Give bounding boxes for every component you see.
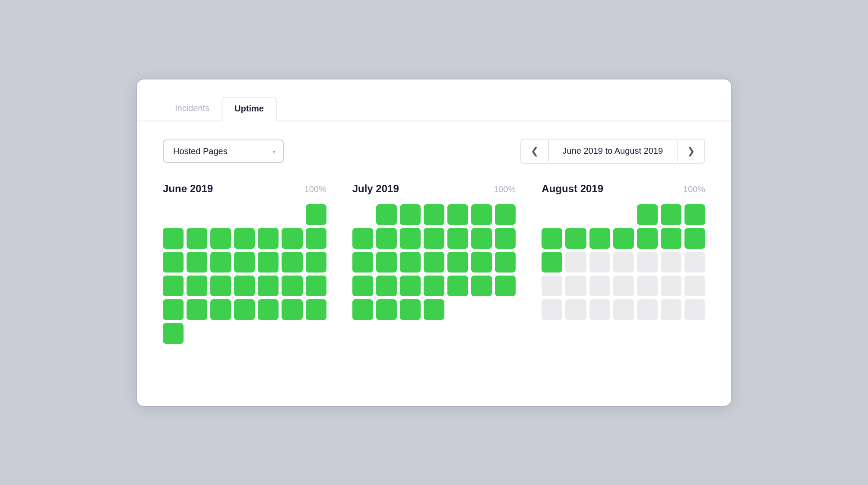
day-cell (376, 228, 397, 249)
day-cell (258, 228, 279, 249)
day-cell-empty (613, 204, 634, 225)
day-cell (661, 276, 681, 296)
day-cell (187, 276, 207, 296)
day-cell (306, 299, 326, 320)
day-cell (400, 299, 421, 320)
date-next-button[interactable]: ❯ (678, 139, 704, 163)
day-cell (637, 299, 658, 320)
day-cell (495, 204, 516, 225)
august-month-label: August 2019 (542, 183, 603, 195)
day-cell (589, 276, 610, 296)
day-cell (565, 299, 586, 320)
day-cell (282, 276, 302, 296)
day-cell (589, 228, 610, 249)
day-cell (163, 276, 184, 296)
day-cell (400, 228, 421, 249)
chevron-right-icon: ❯ (687, 146, 695, 157)
tab-incidents[interactable]: Incidents (163, 97, 222, 121)
day-cell (613, 252, 634, 273)
day-cell (684, 299, 705, 320)
day-cell (637, 276, 658, 296)
day-cell (376, 204, 397, 225)
day-cell (447, 276, 468, 296)
controls-row: Hosted Pages API Dashboard ⬨ ❮ June 2019… (163, 139, 705, 164)
day-cell (282, 228, 302, 249)
day-cell (306, 252, 326, 273)
august-grid (542, 204, 705, 320)
calendar-june: June 2019 100% (163, 183, 326, 344)
calendar-july: July 2019 100% (352, 183, 516, 344)
day-cell (637, 228, 658, 249)
day-cell-empty (282, 204, 302, 225)
day-cell (565, 228, 586, 249)
day-cell (424, 252, 444, 273)
day-cell (661, 204, 681, 225)
day-cell (163, 299, 184, 320)
day-cell (684, 204, 705, 225)
day-cell (684, 228, 705, 249)
day-cell (637, 204, 658, 225)
day-cell (400, 252, 421, 273)
day-cell (234, 228, 255, 249)
day-cell (234, 276, 255, 296)
day-cell (187, 252, 207, 273)
day-cell (234, 252, 255, 273)
day-cell (661, 299, 681, 320)
day-cell (495, 276, 516, 296)
date-prev-button[interactable]: ❮ (521, 139, 548, 163)
calendar-august: August 2019 100% (542, 183, 705, 344)
day-cell (282, 299, 302, 320)
day-cell (613, 228, 634, 249)
day-cell-empty (210, 204, 231, 225)
day-cell (684, 276, 705, 296)
day-cell (471, 204, 492, 225)
day-cell (234, 299, 255, 320)
day-cell (542, 276, 562, 296)
day-cell (589, 252, 610, 273)
day-cell (352, 252, 373, 273)
day-cell (306, 276, 326, 296)
day-cell-empty (234, 204, 255, 225)
day-cell (447, 204, 468, 225)
day-cell (637, 252, 658, 273)
day-cell (424, 228, 444, 249)
date-nav: ❮ June 2019 to August 2019 ❯ (520, 139, 705, 164)
day-cell-empty (565, 204, 586, 225)
day-cell (424, 299, 444, 320)
day-cell (447, 228, 468, 249)
day-cell (589, 299, 610, 320)
day-cell (210, 228, 231, 249)
june-grid (163, 204, 326, 344)
day-cell (565, 276, 586, 296)
day-cell (495, 252, 516, 273)
day-cell (210, 276, 231, 296)
date-range-label: June 2019 to August 2019 (548, 140, 678, 162)
tab-uptime[interactable]: Uptime (222, 97, 277, 121)
day-cell (163, 228, 184, 249)
day-cell (565, 252, 586, 273)
day-cell (187, 228, 207, 249)
july-uptime-pct: 100% (494, 184, 516, 194)
service-select[interactable]: Hosted Pages API Dashboard (163, 139, 284, 163)
day-cell (613, 299, 634, 320)
day-cell (352, 276, 373, 296)
day-cell (400, 276, 421, 296)
august-uptime-pct: 100% (683, 184, 705, 194)
day-cell (471, 228, 492, 249)
chevron-left-icon: ❮ (531, 146, 539, 157)
tabs-bar: Incidents Uptime (137, 79, 731, 121)
day-cell (447, 252, 468, 273)
day-cell (661, 252, 681, 273)
day-cell-empty (258, 204, 279, 225)
calendars-row: June 2019 100% July 2019 100% August 201… (163, 183, 705, 344)
day-cell (542, 228, 562, 249)
day-cell (163, 323, 184, 344)
june-uptime-pct: 100% (304, 184, 326, 194)
day-cell (613, 276, 634, 296)
day-cell (163, 252, 184, 273)
day-cell (661, 228, 681, 249)
day-cell-empty (542, 204, 562, 225)
day-cell (187, 299, 207, 320)
day-cell (210, 299, 231, 320)
day-cell (376, 299, 397, 320)
